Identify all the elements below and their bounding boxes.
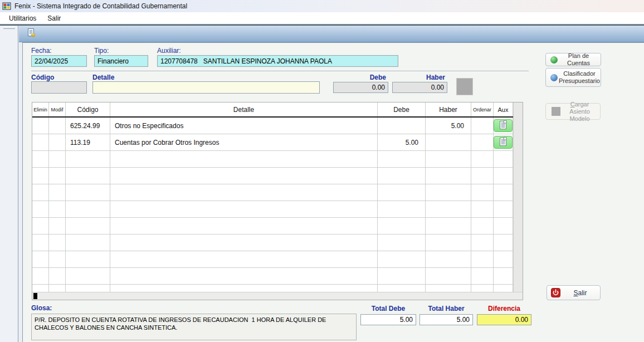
plan-de-cuentas-button[interactable]: Plan de Cuentas [545, 53, 601, 66]
cell-haber [426, 285, 471, 292]
document-copy-icon [26, 28, 36, 40]
cell-modif[interactable] [49, 118, 66, 134]
table-row[interactable] [32, 285, 523, 292]
cell-debe [378, 234, 426, 251]
cell-haber [426, 151, 471, 167]
diferencia-field [477, 314, 531, 325]
cell-aux [494, 268, 513, 284]
cell-elimin[interactable] [32, 151, 49, 167]
fecha-input[interactable] [31, 55, 87, 67]
cell-modif[interactable] [49, 268, 66, 284]
cell-modif[interactable] [49, 251, 66, 267]
table-row[interactable] [32, 268, 523, 285]
cell-ordenar [471, 251, 494, 267]
cell-ordenar [471, 234, 494, 251]
cell-modif[interactable] [49, 134, 66, 150]
table-row[interactable] [32, 234, 523, 251]
cell-aux [494, 234, 513, 251]
auxiliar-label: Auxiliar: [157, 47, 181, 55]
table-horizontal-scrollbar[interactable] [32, 292, 523, 300]
cell-debe: 5.00 [378, 134, 426, 150]
cell-modif[interactable] [49, 218, 66, 234]
cell-elimin[interactable] [32, 134, 49, 150]
cell-elimin[interactable] [32, 234, 49, 251]
salir-label: Salir [560, 289, 600, 297]
table-row[interactable] [32, 251, 523, 268]
cell-aux [494, 151, 513, 167]
unlabeled-gray-button[interactable] [456, 78, 473, 95]
cell-debe [378, 201, 426, 217]
power-icon [551, 288, 560, 297]
cell-detalle: Otros no Especificados [110, 118, 378, 134]
cell-elimin[interactable] [32, 184, 49, 201]
cell-aux [494, 251, 513, 267]
table-row[interactable] [32, 184, 523, 201]
table-row[interactable]: 113.19 Cuentas por Cobrar Otros Ingresos… [32, 134, 523, 151]
cell-aux [494, 134, 513, 150]
aux-button[interactable] [494, 119, 513, 132]
blue-sphere-icon [550, 74, 558, 81]
codigo-label: Código [31, 74, 54, 81]
cell-elimin[interactable] [32, 118, 49, 134]
cell-detalle [110, 201, 378, 217]
tipo-input[interactable] [94, 55, 148, 67]
cell-modif[interactable] [49, 285, 66, 292]
salir-button[interactable]: Salir [547, 285, 601, 300]
cell-haber [426, 234, 471, 251]
cell-elimin[interactable] [32, 268, 49, 284]
menu-salir[interactable]: Salir [43, 13, 65, 23]
cell-elimin[interactable] [32, 251, 49, 267]
green-sphere-icon [550, 56, 558, 63]
cell-codigo [66, 234, 110, 251]
new-entry-toolbar-button[interactable] [25, 27, 38, 41]
cell-modif[interactable] [49, 201, 66, 217]
haber-label: Haber [392, 74, 445, 81]
cell-aux [494, 168, 513, 184]
cell-debe [378, 251, 426, 267]
glosa-textarea[interactable]: P/R. DEPOSITO EN CUENTA ROTATIVA DE INGR… [31, 314, 357, 340]
cell-modif[interactable] [49, 184, 66, 201]
cell-ordenar [471, 184, 494, 201]
plan-de-cuentas-label: Plan de Cuentas [559, 52, 598, 67]
cell-haber [426, 184, 471, 201]
table-vertical-scrollbar[interactable] [513, 102, 523, 292]
auxiliar-input[interactable] [157, 55, 398, 67]
cell-codigo [66, 184, 110, 201]
scrollbar-thumb[interactable] [33, 293, 37, 299]
cell-elimin[interactable] [32, 201, 49, 217]
debe-input[interactable] [333, 82, 388, 93]
cell-detalle [110, 151, 378, 167]
menu-utilitarios[interactable]: Utilitarios [4, 13, 41, 23]
table-row[interactable] [32, 218, 523, 234]
col-header-debe: Debe [378, 102, 426, 116]
total-haber-label: Total Haber [419, 305, 473, 312]
cell-modif[interactable] [49, 234, 66, 251]
cell-haber [426, 134, 471, 150]
table-row[interactable] [32, 151, 523, 168]
col-header-elimin: Elimin [32, 102, 49, 116]
cell-ordenar [471, 134, 494, 150]
cell-elimin[interactable] [32, 218, 49, 234]
cell-elimin[interactable] [32, 168, 49, 184]
cell-modif[interactable] [49, 151, 66, 167]
haber-input[interactable] [392, 82, 447, 93]
cell-elimin[interactable] [32, 285, 49, 292]
table-row[interactable] [32, 168, 523, 184]
clasificador-presupuestario-button[interactable]: Clasificador Presupuestario [545, 68, 601, 87]
table-row[interactable] [32, 201, 523, 218]
cell-aux [494, 201, 513, 217]
aux-button[interactable] [494, 136, 513, 149]
cargar-asiento-modelo-button[interactable]: Cargar Asiento Modelo [545, 103, 601, 120]
detalle-input[interactable] [92, 81, 320, 94]
cell-modif[interactable] [49, 168, 66, 184]
table-row[interactable]: 625.24.99 Otros no Especificados 5.00 [32, 118, 523, 134]
left-sidebar [0, 26, 18, 342]
cell-debe [378, 285, 426, 292]
cell-ordenar [471, 285, 494, 292]
app-icon [2, 2, 11, 11]
fecha-label: Fecha: [31, 47, 52, 55]
splitter-grip-icon[interactable] [3, 27, 15, 29]
content-panel: Fecha: Tipo: Auxiliar: Código Detalle De… [22, 42, 644, 342]
codigo-input[interactable] [31, 81, 87, 94]
cargar-asiento-label: Cargar Asiento Modelo [562, 101, 598, 123]
